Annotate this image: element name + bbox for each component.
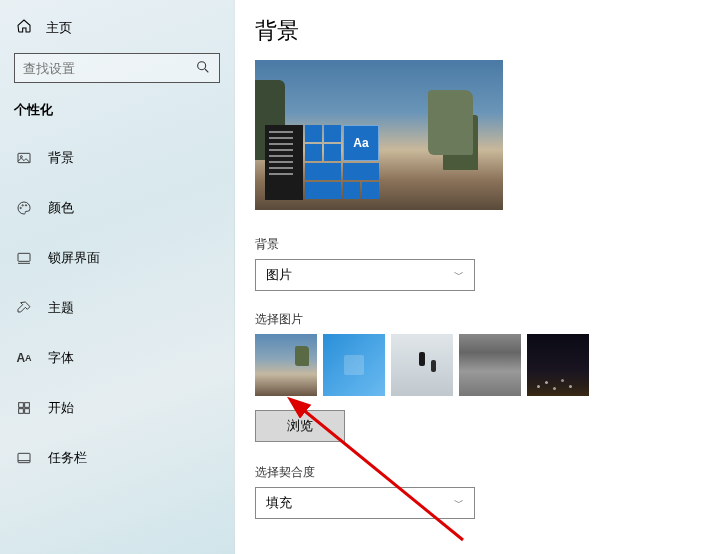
palette-icon [16, 200, 32, 216]
dropdown-value: 填充 [266, 494, 292, 512]
svg-point-6 [25, 205, 26, 206]
fit-dropdown[interactable]: 填充 ﹀ [255, 487, 475, 519]
svg-point-5 [22, 205, 23, 206]
font-icon: AA [16, 350, 32, 366]
svg-rect-13 [18, 453, 30, 462]
sidebar: 主页 个性化 背景 颜色 锁屏界面 主题 AA 字体 [0, 0, 235, 554]
search-input[interactable] [23, 61, 195, 76]
picture-thumb-2[interactable] [323, 334, 385, 396]
sidebar-item-fonts[interactable]: AA 字体 [14, 339, 220, 377]
browse-button[interactable]: 浏览 [255, 410, 345, 442]
sidebar-item-colors[interactable]: 颜色 [14, 189, 220, 227]
sidebar-item-background[interactable]: 背景 [14, 139, 220, 177]
sidebar-item-label: 主题 [48, 299, 74, 317]
start-icon [16, 400, 32, 416]
preview-tile-sample: Aa [343, 125, 379, 161]
svg-rect-9 [19, 403, 24, 408]
picture-thumb-3[interactable] [391, 334, 453, 396]
home-button[interactable]: 主页 [14, 14, 220, 41]
sidebar-item-taskbar[interactable]: 任务栏 [14, 439, 220, 477]
sidebar-item-start[interactable]: 开始 [14, 389, 220, 427]
main-content: 背景 Aa 背景 图片 ﹀ 选择图 [235, 0, 705, 554]
background-preview: Aa [255, 60, 503, 210]
sidebar-item-label: 颜色 [48, 199, 74, 217]
chevron-down-icon: ﹀ [454, 496, 464, 510]
search-icon [195, 59, 211, 78]
chevron-down-icon: ﹀ [454, 268, 464, 282]
svg-rect-12 [25, 409, 30, 414]
category-header: 个性化 [14, 101, 220, 119]
search-input-container[interactable] [14, 53, 220, 83]
preview-start-menu: Aa [265, 125, 379, 200]
svg-point-0 [198, 61, 206, 69]
home-icon [16, 18, 32, 37]
sidebar-item-label: 字体 [48, 349, 74, 367]
page-title: 背景 [255, 16, 685, 46]
picture-thumb-4[interactable] [459, 334, 521, 396]
sidebar-item-lockscreen[interactable]: 锁屏界面 [14, 239, 220, 277]
lock-screen-icon [16, 250, 32, 266]
fit-dropdown-label: 选择契合度 [255, 464, 685, 481]
taskbar-icon [16, 450, 32, 466]
home-label: 主页 [46, 19, 72, 37]
svg-rect-7 [18, 253, 30, 261]
sidebar-item-label: 开始 [48, 399, 74, 417]
svg-rect-11 [19, 409, 24, 414]
background-type-dropdown[interactable]: 图片 ﹀ [255, 259, 475, 291]
theme-icon [16, 300, 32, 316]
sidebar-item-themes[interactable]: 主题 [14, 289, 220, 327]
svg-line-1 [205, 69, 208, 72]
sidebar-item-label: 背景 [48, 149, 74, 167]
picture-thumbnails [255, 334, 685, 396]
sidebar-item-label: 锁屏界面 [48, 249, 100, 267]
choose-picture-label: 选择图片 [255, 311, 685, 328]
picture-thumb-5[interactable] [527, 334, 589, 396]
image-icon [16, 150, 32, 166]
background-dropdown-label: 背景 [255, 236, 685, 253]
picture-thumb-1[interactable] [255, 334, 317, 396]
svg-rect-10 [25, 403, 30, 408]
sidebar-item-label: 任务栏 [48, 449, 87, 467]
dropdown-value: 图片 [266, 266, 292, 284]
svg-point-4 [20, 207, 21, 208]
